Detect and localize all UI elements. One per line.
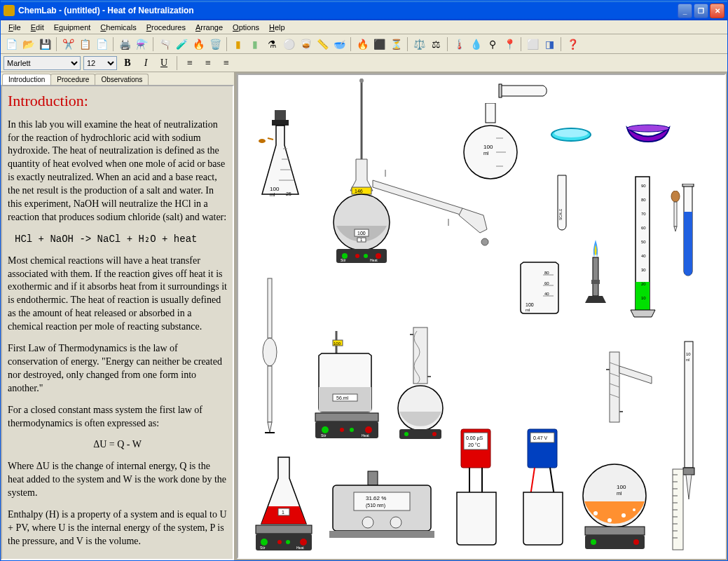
text-editor[interactable]: Introduction: In this lab you will exami… (1, 85, 234, 560)
gradcyl-icon[interactable]: 📏 (315, 36, 330, 52)
roundflask-icon[interactable]: ⚪ (281, 36, 296, 52)
lab-canvas[interactable]: 100 ml 25 146 (237, 74, 726, 559)
graduated-cylinder[interactable]: 90 80 70 60 50 40 30 20 10 (627, 173, 659, 320)
svg-text:60: 60 (544, 281, 549, 285)
svg-point-143 (591, 539, 596, 545)
conductivity-meter[interactable]: 0.00 µS 20 °C (448, 426, 504, 552)
erlenmeyer-icon[interactable]: ⚗ (264, 36, 280, 52)
menu-bar: File Edit Equipment Chemicals Procedures… (1, 20, 727, 34)
menu-file[interactable]: File (4, 22, 26, 33)
svg-text:ml: ml (617, 491, 622, 496)
reflux-condenser[interactable] (396, 324, 445, 443)
flask-tool-icon[interactable]: ⚗️ (134, 36, 149, 52)
open-icon[interactable]: 📂 (20, 36, 36, 52)
align-center-button[interactable]: ≡ (200, 55, 216, 71)
trash-icon[interactable]: 🗑️ (207, 36, 223, 52)
test-tube-vertical[interactable]: SCALE (554, 173, 571, 236)
menu-options[interactable]: Options (228, 22, 264, 33)
copy-icon[interactable]: 📋 (77, 36, 92, 52)
intro-p6: Enthalpy (H) is a property of a system a… (8, 508, 227, 548)
heat-icon[interactable]: 🔥 (191, 36, 206, 52)
svg-point-144 (633, 539, 639, 545)
align-right-button[interactable]: ≡ (219, 55, 234, 71)
bunsen-burner[interactable] (582, 236, 610, 320)
beaker-100ml[interactable]: 100 ml 80 60 40 (515, 261, 564, 317)
bold-button[interactable]: B (120, 55, 135, 71)
stirrer-icon[interactable]: ⚲ (485, 36, 500, 52)
menu-procedures[interactable]: Procedures (142, 22, 191, 33)
pipette[interactable] (259, 275, 280, 436)
voltmeter[interactable]: 0.47 V (515, 426, 571, 552)
menu-edit[interactable]: Edit (26, 22, 49, 33)
probe-icon[interactable]: 📍 (502, 36, 517, 52)
svg-rect-67 (268, 278, 272, 338)
cut-icon[interactable]: ✂️ (60, 36, 76, 52)
balance-icon[interactable]: ⚖️ (411, 36, 427, 52)
close-button[interactable]: ✕ (710, 4, 724, 18)
heated-beaker-assembly[interactable]: 100 56.ml Stir Heat (308, 327, 385, 443)
window2-icon[interactable]: ◨ (542, 36, 557, 52)
svg-text:30: 30 (641, 268, 646, 272)
florence-flask[interactable]: 100 ml (462, 103, 518, 187)
window1-icon[interactable]: ⬜ (525, 36, 540, 52)
svg-point-12 (359, 79, 364, 83)
menu-chemicals[interactable]: Chemicals (95, 22, 141, 33)
save-icon[interactable]: 💾 (37, 36, 53, 52)
watch-glass-cyan[interactable] (550, 128, 592, 145)
new-icon[interactable]: 📄 (4, 36, 19, 52)
svg-text:25: 25 (286, 191, 291, 196)
svg-text:100: 100 (526, 302, 534, 307)
svg-text:ml: ml (483, 151, 489, 156)
intro-p4: For a closed constant mass system the fi… (8, 404, 227, 431)
svg-text:20: 20 (641, 282, 646, 286)
testtube2-icon[interactable]: ▮ (247, 36, 263, 52)
italic-button[interactable]: I (138, 55, 153, 71)
thermometer-icon[interactable]: 🌡️ (451, 36, 467, 52)
svg-point-103 (300, 539, 307, 546)
paste-icon[interactable]: 📄 (94, 36, 109, 52)
hourglass-icon[interactable]: ⏳ (388, 36, 404, 52)
align-left-button[interactable]: ≡ (182, 55, 198, 71)
spectrophotometer[interactable]: 31.62 % (510 nm) (329, 468, 434, 552)
balance2-icon[interactable]: ⚖ (428, 36, 444, 52)
ruler[interactable] (669, 468, 687, 552)
help-icon[interactable]: ❓ (565, 36, 580, 52)
font-select[interactable]: Marlett (4, 56, 81, 70)
underline-button[interactable]: U (156, 55, 172, 71)
dropper[interactable] (669, 191, 682, 233)
svg-text:ml: ml (526, 308, 530, 312)
svg-text:40: 40 (641, 254, 646, 258)
svg-point-136 (607, 518, 612, 522)
testtube-icon[interactable]: ▮ (231, 36, 246, 52)
erlenmeyer-flask-stoppered[interactable]: 100 ml 25 (252, 110, 308, 205)
svg-text:100: 100 (270, 186, 280, 192)
dish-icon[interactable]: 🥣 (331, 36, 347, 52)
svg-marker-97 (686, 475, 692, 499)
minimize-button[interactable]: _ (678, 4, 692, 18)
svg-rect-69 (268, 366, 272, 422)
print-icon[interactable]: 🖨️ (117, 36, 132, 52)
svg-text:31.62 %: 31.62 % (366, 495, 386, 501)
menu-arrange[interactable]: Arrange (191, 22, 228, 33)
dropper-icon[interactable]: 💧 (468, 36, 483, 52)
maximize-button[interactable]: ❐ (694, 4, 708, 18)
evaporating-dish[interactable] (624, 124, 673, 145)
test-tube-horizontal[interactable] (497, 82, 554, 100)
size-select[interactable]: 12 (83, 56, 117, 70)
svg-text:Heat: Heat (296, 546, 304, 550)
erlenmeyer-red-hotplate[interactable]: 1 Stir Heat (249, 454, 319, 555)
fractional-distillation[interactable]: 100 ml (575, 349, 659, 552)
tab-introduction[interactable]: Introduction (2, 74, 51, 85)
svg-rect-141 (585, 527, 645, 535)
svg-point-113 (362, 517, 373, 528)
hotplate-icon[interactable]: ⬛ (371, 36, 387, 52)
bunsen-icon[interactable]: 🔥 (355, 36, 370, 52)
svg-marker-70 (268, 422, 272, 433)
tab-procedure[interactable]: Procedure (50, 74, 95, 85)
tab-observations[interactable]: Observations (95, 74, 149, 85)
decant-icon[interactable]: 🧪 (174, 36, 189, 52)
pour-icon[interactable]: 🫗 (157, 36, 172, 52)
menu-help[interactable]: Help (264, 22, 290, 33)
beaker-icon[interactable]: 🥃 (298, 36, 313, 52)
menu-equipment[interactable]: Equipment (49, 22, 96, 33)
